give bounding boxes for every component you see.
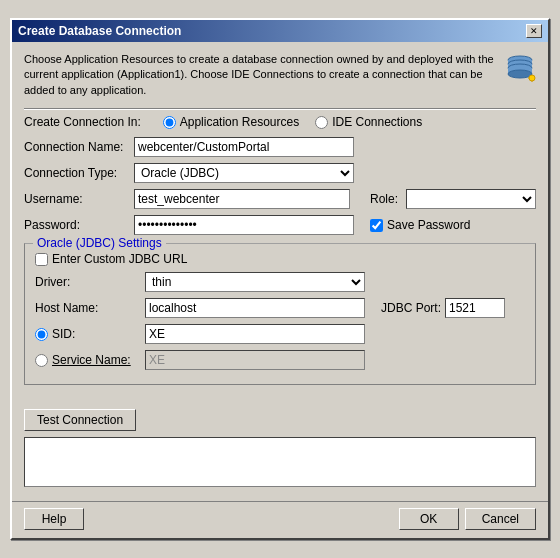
service-name-label: Service Name:: [52, 353, 131, 367]
username-label: Username:: [24, 192, 134, 206]
role-select[interactable]: SYSDBA SYSOPER: [406, 189, 536, 209]
database-icon: [504, 52, 536, 84]
connection-type-row: Connection Type: Oracle (JDBC): [24, 163, 536, 183]
driver-row: Driver: thin oci: [35, 272, 525, 292]
connection-name-input[interactable]: [134, 137, 354, 157]
username-role-row: Username: Role: SYSDBA SYSOPER: [24, 189, 536, 209]
connection-name-label: Connection Name:: [24, 140, 134, 154]
description-area: Choose Application Resources to create a…: [24, 52, 536, 98]
connection-name-row: Connection Name:: [24, 137, 536, 157]
sid-row: SID:: [35, 324, 525, 344]
jdbc-settings-label: Oracle (JDBC) Settings: [33, 236, 166, 250]
title-bar-controls: ✕: [526, 24, 542, 38]
dialog-footer: Help OK Cancel: [12, 501, 548, 538]
jdbc-port-label: JDBC Port:: [381, 301, 441, 315]
ide-connections-radio[interactable]: [315, 116, 328, 129]
sid-label: SID:: [52, 327, 75, 341]
close-button[interactable]: ✕: [526, 24, 542, 38]
connection-type-select[interactable]: Oracle (JDBC): [134, 163, 354, 183]
custom-jdbc-row: Enter Custom JDBC URL: [35, 252, 525, 266]
app-resources-label: Application Resources: [180, 115, 299, 129]
description-text: Choose Application Resources to create a…: [24, 53, 494, 96]
app-resources-option[interactable]: Application Resources: [163, 115, 299, 129]
service-name-input[interactable]: [145, 350, 365, 370]
service-name-option[interactable]: Service Name:: [35, 353, 145, 367]
service-name-row: Service Name:: [35, 350, 525, 370]
driver-label: Driver:: [35, 275, 145, 289]
hostname-input[interactable]: [145, 298, 365, 318]
hostname-label: Host Name:: [35, 301, 145, 315]
connection-type-label: Connection Type:: [24, 166, 134, 180]
jdbc-settings-group: Oracle (JDBC) Settings Enter Custom JDBC…: [24, 243, 536, 385]
password-input[interactable]: [134, 215, 354, 235]
ide-connections-label: IDE Connections: [332, 115, 422, 129]
custom-jdbc-checkbox[interactable]: [35, 253, 48, 266]
svg-point-6: [508, 70, 532, 78]
bottom-section: Test Connection: [12, 403, 548, 501]
save-password-label: Save Password: [387, 218, 470, 232]
sid-option[interactable]: SID:: [35, 327, 145, 341]
title-bar: Create Database Connection ✕: [12, 20, 548, 42]
role-area: Role: SYSDBA SYSOPER: [370, 189, 536, 209]
output-box: [24, 437, 536, 487]
service-name-radio[interactable]: [35, 354, 48, 367]
help-button[interactable]: Help: [24, 508, 84, 530]
role-label: Role:: [370, 192, 398, 206]
create-connection-in-row: Create Connection In: Application Resour…: [24, 115, 536, 129]
sid-input[interactable]: [145, 324, 365, 344]
window-title: Create Database Connection: [18, 24, 181, 38]
custom-jdbc-label: Enter Custom JDBC URL: [52, 252, 187, 266]
dialog-window: Create Database Connection ✕ Choose Appl…: [10, 18, 550, 540]
svg-point-7: [529, 75, 535, 81]
cancel-button[interactable]: Cancel: [465, 508, 536, 530]
save-password-area: Save Password: [370, 218, 470, 232]
ok-button[interactable]: OK: [399, 508, 459, 530]
jdbc-port-input[interactable]: [445, 298, 505, 318]
username-input[interactable]: [134, 189, 350, 209]
create-connection-in-label: Create Connection In:: [24, 115, 141, 129]
footer-right-buttons: OK Cancel: [399, 508, 536, 530]
ide-connections-option[interactable]: IDE Connections: [315, 115, 422, 129]
password-label: Password:: [24, 218, 134, 232]
app-resources-radio[interactable]: [163, 116, 176, 129]
save-password-checkbox[interactable]: [370, 219, 383, 232]
driver-select[interactable]: thin oci: [145, 272, 365, 292]
separator-top: [24, 108, 536, 109]
password-row: Password: Save Password: [24, 215, 536, 235]
hostname-row: Host Name: JDBC Port:: [35, 298, 525, 318]
test-connection-button[interactable]: Test Connection: [24, 409, 136, 431]
sid-radio[interactable]: [35, 328, 48, 341]
